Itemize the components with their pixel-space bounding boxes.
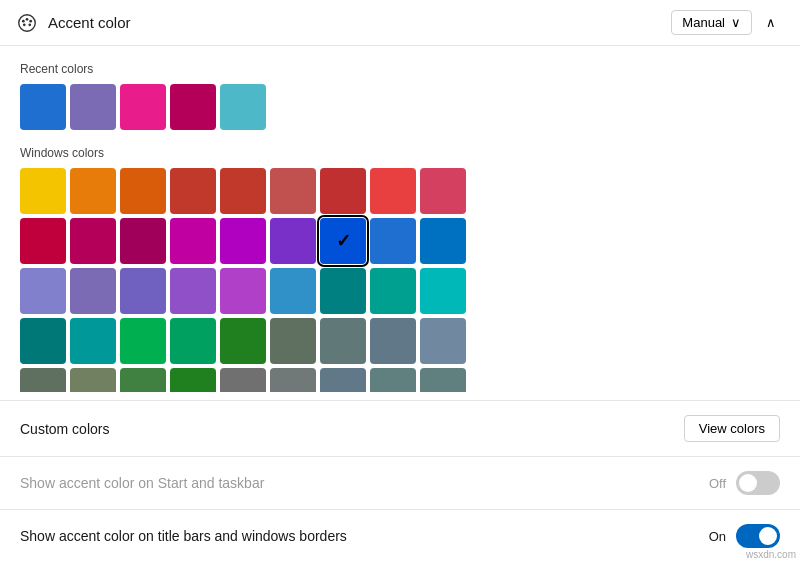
windows-swatch-0-7[interactable] — [370, 168, 416, 214]
collapse-button[interactable]: ∧ — [758, 11, 784, 34]
windows-swatch-2-8[interactable] — [420, 268, 466, 314]
windows-swatch-1-1[interactable] — [70, 218, 116, 264]
windows-swatch-2-5[interactable] — [270, 268, 316, 314]
windows-colors-label: Windows colors — [20, 146, 780, 160]
titlebars-toggle-knob — [759, 527, 777, 545]
page-title: Accent color — [48, 14, 131, 31]
windows-swatch-0-3[interactable] — [170, 168, 216, 214]
windows-swatch-1-0[interactable] — [20, 218, 66, 264]
accent-color-page: Accent color Manual ∨ ∧ Recent colors Wi… — [0, 0, 800, 562]
windows-swatch-0-2[interactable] — [120, 168, 166, 214]
titlebars-toggle-container: On — [709, 524, 780, 548]
svg-point-1 — [22, 19, 25, 22]
taskbar-label: Show accent color on Start and taskbar — [20, 475, 264, 491]
windows-swatch-3-0[interactable] — [20, 318, 66, 364]
titlebars-toggle-row: Show accent color on title bars and wind… — [0, 510, 800, 562]
windows-swatch-1-8[interactable] — [420, 218, 466, 264]
windows-swatch-2-0[interactable] — [20, 268, 66, 314]
palette-icon — [16, 12, 38, 34]
windows-swatch-1-6[interactable] — [320, 218, 366, 264]
windows-swatch-1-2[interactable] — [120, 218, 166, 264]
mode-label: Manual — [682, 15, 725, 30]
windows-swatch-2-7[interactable] — [370, 268, 416, 314]
chevron-down-icon: ∨ — [731, 15, 741, 30]
windows-swatch-0-1[interactable] — [70, 168, 116, 214]
windows-swatch-0-8[interactable] — [420, 168, 466, 214]
svg-point-4 — [28, 23, 31, 26]
taskbar-toggle[interactable] — [736, 471, 780, 495]
header-left: Accent color — [16, 12, 131, 34]
windows-swatch-1-7[interactable] — [370, 218, 416, 264]
windows-color-row-0 — [20, 168, 780, 214]
windows-color-row-4 — [20, 368, 780, 392]
windows-swatch-1-4[interactable] — [220, 218, 266, 264]
windows-swatch-3-6[interactable] — [320, 318, 366, 364]
windows-swatch-4-4[interactable] — [220, 368, 266, 392]
windows-swatch-2-1[interactable] — [70, 268, 116, 314]
recent-swatch-0[interactable] — [20, 84, 66, 130]
windows-swatch-4-0[interactable] — [20, 368, 66, 392]
taskbar-toggle-container: Off — [709, 471, 780, 495]
windows-swatch-4-2[interactable] — [120, 368, 166, 392]
windows-swatch-2-4[interactable] — [220, 268, 266, 314]
chevron-up-icon: ∧ — [766, 15, 776, 30]
windows-swatch-3-1[interactable] — [70, 318, 116, 364]
header: Accent color Manual ∨ ∧ — [0, 0, 800, 46]
mode-dropdown[interactable]: Manual ∨ — [671, 10, 752, 35]
bottom-section: Custom colors View colors Show accent co… — [0, 400, 800, 562]
windows-swatch-3-5[interactable] — [270, 318, 316, 364]
windows-color-row-2 — [20, 268, 780, 314]
recent-colors-section: Recent colors — [20, 62, 780, 130]
recent-swatch-3[interactable] — [170, 84, 216, 130]
windows-swatch-0-4[interactable] — [220, 168, 266, 214]
windows-color-grid — [20, 168, 780, 392]
taskbar-toggle-knob — [739, 474, 757, 492]
windows-swatch-4-3[interactable] — [170, 368, 216, 392]
taskbar-toggle-state-label: Off — [709, 476, 726, 491]
recent-swatch-4[interactable] — [220, 84, 266, 130]
windows-swatch-1-5[interactable] — [270, 218, 316, 264]
recent-swatch-2[interactable] — [120, 84, 166, 130]
windows-swatch-4-7[interactable] — [370, 368, 416, 392]
svg-point-5 — [23, 23, 26, 26]
svg-point-3 — [29, 19, 32, 22]
windows-swatch-4-6[interactable] — [320, 368, 366, 392]
windows-swatch-1-3[interactable] — [170, 218, 216, 264]
taskbar-toggle-row: Show accent color on Start and taskbar O… — [0, 457, 800, 510]
windows-swatch-3-4[interactable] — [220, 318, 266, 364]
custom-colors-label: Custom colors — [20, 421, 109, 437]
windows-swatch-4-1[interactable] — [70, 368, 116, 392]
svg-point-2 — [26, 17, 29, 20]
windows-color-row-1 — [20, 218, 780, 264]
titlebars-label: Show accent color on title bars and wind… — [20, 528, 347, 544]
windows-swatch-4-5[interactable] — [270, 368, 316, 392]
windows-swatch-4-8[interactable] — [420, 368, 466, 392]
view-colors-button[interactable]: View colors — [684, 415, 780, 442]
titlebars-toggle[interactable] — [736, 524, 780, 548]
recent-colors-row — [20, 84, 780, 130]
windows-swatch-3-7[interactable] — [370, 318, 416, 364]
windows-swatch-0-0[interactable] — [20, 168, 66, 214]
titlebars-toggle-state-label: On — [709, 529, 726, 544]
watermark: wsxdn.com — [746, 549, 796, 560]
windows-colors-section: Windows colors — [20, 146, 780, 392]
recent-colors-label: Recent colors — [20, 62, 780, 76]
recent-swatch-1[interactable] — [70, 84, 116, 130]
windows-swatch-0-6[interactable] — [320, 168, 366, 214]
windows-swatch-3-3[interactable] — [170, 318, 216, 364]
main-content: Recent colors Windows colors — [0, 46, 800, 392]
header-controls: Manual ∨ ∧ — [671, 10, 784, 35]
windows-swatch-0-5[interactable] — [270, 168, 316, 214]
windows-color-row-3 — [20, 318, 780, 364]
windows-swatch-2-2[interactable] — [120, 268, 166, 314]
windows-swatch-2-6[interactable] — [320, 268, 366, 314]
custom-colors-row: Custom colors View colors — [0, 401, 800, 457]
windows-swatch-3-8[interactable] — [420, 318, 466, 364]
svg-point-0 — [19, 14, 36, 31]
windows-swatch-2-3[interactable] — [170, 268, 216, 314]
windows-swatch-3-2[interactable] — [120, 318, 166, 364]
